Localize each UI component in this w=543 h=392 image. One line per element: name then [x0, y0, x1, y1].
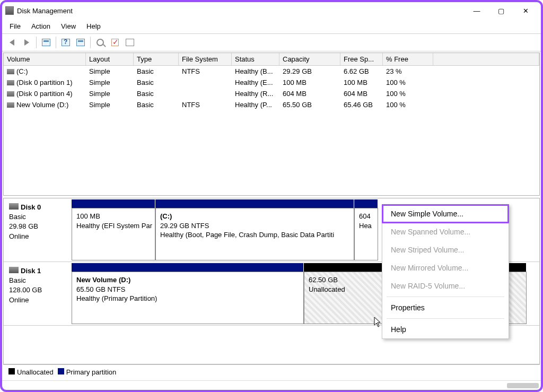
stripe-seg — [354, 199, 378, 208]
swatch-unallocated-icon — [8, 368, 15, 374]
menu-item: New RAID-5 Volume... — [382, 277, 509, 295]
help-icon — [62, 39, 70, 46]
separator — [56, 37, 56, 48]
volume-list[interactable]: Volume Layout Type File System Status Ca… — [3, 53, 540, 196]
pane-top-button[interactable] — [74, 36, 87, 49]
toolbar — [2, 34, 541, 51]
legend-unallocated: Unallocated — [8, 368, 54, 376]
properties-icon — [42, 39, 50, 46]
properties-button[interactable] — [40, 36, 52, 49]
cell: Simple — [86, 100, 134, 110]
cell: 65.50 GB — [279, 100, 340, 110]
menu-file[interactable]: File — [4, 20, 26, 32]
table-row[interactable]: New Volume (D:)SimpleBasicNTFSHealthy (P… — [4, 99, 539, 110]
window-controls: — ▢ ✕ — [465, 2, 538, 19]
cell: Basic — [134, 77, 179, 88]
cell: 6.62 GB — [340, 66, 383, 76]
table-row[interactable]: (C:)SimpleBasicNTFSHealthy (B...29.29 GB… — [4, 66, 539, 77]
cell: 100 % — [383, 100, 433, 110]
disk-label[interactable]: Disk 1Basic128.00 GBOnline — [4, 262, 72, 325]
cell: 100 % — [383, 89, 433, 99]
cell: Basic — [134, 66, 179, 76]
cell: (C:) — [4, 66, 86, 76]
partition[interactable]: (C:)29.29 GB NTFSHealthy (Boot, Page Fil… — [155, 208, 354, 260]
maximize-button[interactable]: ▢ — [489, 2, 513, 19]
drive-icon — [7, 69, 14, 74]
table-row[interactable]: (Disk 0 partition 1)SimpleBasicHealthy (… — [4, 77, 539, 88]
cell: 29.29 GB — [279, 66, 340, 76]
cell: Healthy (R... — [232, 89, 279, 99]
arrow-left-icon — [10, 39, 14, 46]
forward-button[interactable] — [20, 36, 33, 49]
col-status[interactable]: Status — [232, 53, 279, 65]
pane-icon — [76, 39, 85, 46]
cell: New Volume (D:) — [4, 100, 86, 110]
cell: Healthy (E... — [232, 77, 279, 88]
col-layout[interactable]: Layout — [86, 53, 134, 65]
titlebar: Disk Management — ▢ ✕ — [2, 2, 541, 19]
scroll-thumb[interactable] — [507, 383, 539, 388]
cell: Healthy (B... — [232, 66, 279, 76]
menu-help[interactable]: Help — [81, 20, 106, 32]
menu-item[interactable]: Properties — [382, 299, 509, 317]
menu-item: New Spanned Volume... — [382, 223, 509, 241]
cell: NTFS — [179, 100, 232, 110]
col-filesystem[interactable]: File System — [179, 53, 232, 65]
cell: (Disk 0 partition 4) — [4, 89, 86, 99]
cell: 604 MB — [340, 89, 383, 99]
search-icon — [97, 39, 104, 46]
menu-separator — [387, 318, 504, 319]
cell: Simple — [86, 89, 134, 99]
partition[interactable]: New Volume (D:)65.50 GB NTFSHealthy (Pri… — [72, 272, 304, 324]
horizontal-scrollbar[interactable] — [2, 380, 541, 390]
disk-label[interactable]: Disk 0Basic29.98 GBOnline — [4, 198, 72, 262]
cell: 100 MB — [279, 77, 340, 88]
cell: NTFS — [179, 66, 232, 76]
check-icon — [111, 39, 119, 46]
menu-separator — [387, 297, 504, 297]
volume-list-header: Volume Layout Type File System Status Ca… — [4, 53, 539, 66]
cell: Healthy (P... — [232, 100, 279, 110]
app-icon — [5, 6, 14, 15]
table-row[interactable]: (Disk 0 partition 4)SimpleBasicHealthy (… — [4, 88, 539, 99]
col-pctfree[interactable]: % Free — [383, 53, 433, 65]
col-free[interactable]: Free Sp... — [340, 53, 383, 65]
col-volume[interactable]: Volume — [4, 53, 86, 65]
cell: 604 MB — [279, 89, 340, 99]
separator — [90, 37, 91, 48]
menu-item[interactable]: Help — [382, 320, 509, 338]
cell: Simple — [86, 77, 134, 88]
menu-action[interactable]: Action — [26, 20, 56, 32]
col-capacity[interactable]: Capacity — [279, 53, 340, 65]
swatch-primary-icon — [58, 368, 64, 374]
menubar: File Action View Help — [2, 19, 541, 34]
menu-item[interactable]: New Simple Volume... — [382, 205, 509, 223]
volume-list-body: (C:)SimpleBasicNTFSHealthy (B...29.29 GB… — [4, 66, 539, 110]
menu-item: New Mirrored Volume... — [382, 259, 509, 277]
cell: Basic — [134, 100, 179, 110]
cell: 65.46 GB — [340, 100, 383, 110]
partition[interactable]: 100 MBHealthy (EFI System Par — [72, 208, 155, 260]
list-button[interactable] — [124, 36, 136, 49]
help-button[interactable] — [59, 36, 72, 49]
separator — [36, 37, 37, 48]
cell: 100 MB — [340, 77, 383, 88]
legend: Unallocated Primary partition — [3, 364, 540, 379]
cell — [179, 77, 232, 88]
drive-icon — [7, 102, 14, 108]
drive-icon — [7, 80, 14, 85]
col-type[interactable]: Type — [134, 53, 179, 65]
menu-view[interactable]: View — [56, 20, 81, 32]
back-button[interactable] — [5, 36, 18, 49]
refresh-button[interactable] — [109, 36, 121, 49]
search-button[interactable] — [94, 36, 107, 49]
cell — [179, 89, 232, 99]
partition[interactable]: 604Hea — [354, 208, 378, 260]
minimize-button[interactable]: — — [465, 2, 489, 19]
window-title: Disk Management — [17, 7, 465, 15]
stripe-seg — [72, 263, 304, 272]
col-spacer — [433, 53, 539, 65]
disk-icon — [9, 267, 19, 273]
close-button[interactable]: ✕ — [513, 2, 538, 19]
stripe-seg — [155, 199, 354, 208]
